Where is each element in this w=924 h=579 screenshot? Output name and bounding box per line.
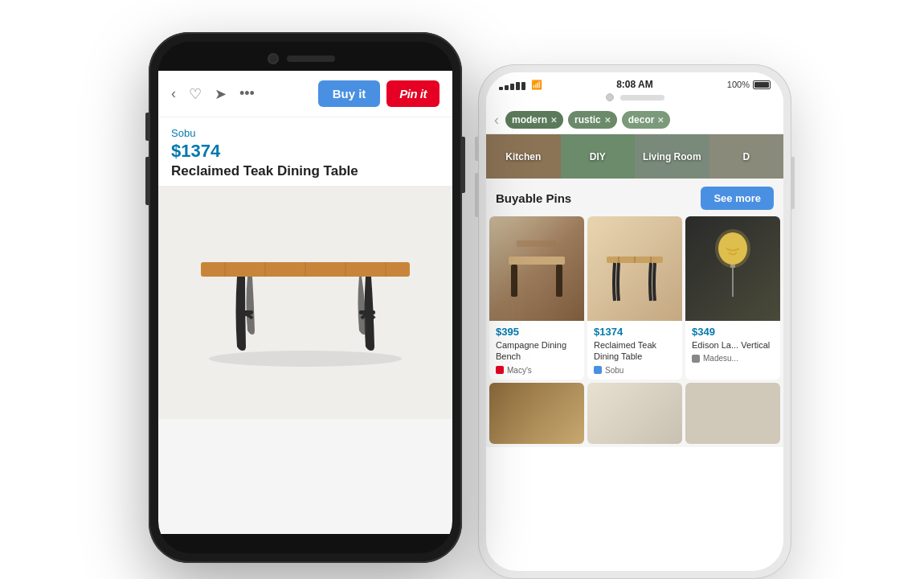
volume-up-white bbox=[475, 137, 478, 161]
svg-rect-11 bbox=[556, 265, 562, 297]
pin-name-1: Campagne Dining Bench bbox=[496, 339, 578, 363]
speaker-white bbox=[620, 95, 664, 101]
svg-rect-7 bbox=[359, 310, 375, 314]
black-notch bbox=[158, 42, 452, 71]
pin-bottom-1[interactable] bbox=[489, 383, 584, 444]
product-price: $1374 bbox=[171, 141, 440, 162]
pin-card-3[interactable]: $349 Edison La... Vertical Madesu... bbox=[685, 216, 780, 380]
tag-rustic[interactable]: rustic ✕ bbox=[568, 111, 617, 129]
buyable-pins-section: Buyable Pins See more bbox=[486, 179, 783, 447]
pins-bottom-row bbox=[486, 383, 783, 447]
battery-icon bbox=[753, 80, 771, 89]
svg-rect-12 bbox=[517, 240, 557, 247]
pin-card-1[interactable]: $395 Campagne Dining Bench Macy's bbox=[489, 216, 584, 380]
pin-card-2[interactable]: $1374 Reclaimed Teak Dining Table Sobu bbox=[587, 216, 682, 380]
search-tags-row: ‹ modern ✕ rustic ✕ decor ✕ bbox=[486, 106, 783, 134]
source-dot-3 bbox=[692, 355, 700, 363]
back-chevron-icon[interactable]: ‹ bbox=[494, 112, 499, 129]
pin-price-1: $395 bbox=[496, 326, 578, 338]
volume-up-button bbox=[145, 113, 149, 141]
black-phone-screen: ‹ ♡ ➤ ••• Buy it Pin it Sobu $1374 Recla… bbox=[158, 42, 452, 553]
action-buttons: Buy it Pin it bbox=[318, 80, 440, 107]
source-dot-2 bbox=[594, 366, 602, 374]
pin-it-button[interactable]: Pin it bbox=[386, 80, 440, 107]
source-dot-1 bbox=[496, 366, 504, 374]
tag-decor-label: decor bbox=[628, 114, 655, 125]
volume-down-white bbox=[475, 173, 478, 217]
tab-kitchen-label: Kitchen bbox=[505, 151, 541, 162]
more-icon[interactable]: ••• bbox=[239, 85, 255, 102]
tab-more[interactable]: D bbox=[709, 134, 784, 179]
tag-rustic-close[interactable]: ✕ bbox=[604, 116, 611, 125]
source-name-1: Macy's bbox=[507, 366, 532, 375]
white-phone: 📶 8:08 AM 100% ‹ modern bbox=[478, 64, 791, 579]
status-time: 8:08 AM bbox=[616, 79, 653, 90]
pin-price-2: $1374 bbox=[594, 326, 676, 338]
svg-rect-6 bbox=[237, 310, 253, 314]
svg-rect-10 bbox=[511, 265, 517, 297]
camera-black bbox=[268, 53, 279, 64]
lamp-svg bbox=[701, 224, 765, 313]
svg-point-19 bbox=[715, 229, 750, 268]
pin-source-1: Macy's bbox=[496, 366, 578, 375]
see-more-button[interactable]: See more bbox=[701, 187, 774, 210]
tag-rustic-label: rustic bbox=[574, 114, 601, 125]
pin-image-2 bbox=[587, 216, 682, 321]
source-name-2: Sobu bbox=[605, 366, 623, 375]
pin-bottom-3 bbox=[685, 383, 780, 444]
tag-modern-close[interactable]: ✕ bbox=[550, 116, 557, 125]
buyable-pins-title: Buyable Pins bbox=[496, 191, 571, 205]
tab-kitchen[interactable]: Kitchen bbox=[486, 134, 561, 179]
pins-grid: $395 Campagne Dining Bench Macy's bbox=[486, 216, 783, 383]
buy-it-button[interactable]: Buy it bbox=[318, 80, 381, 107]
pin-price-3: $349 bbox=[692, 326, 774, 338]
pin-name-2: Reclaimed Teak Dining Table bbox=[594, 339, 676, 363]
pin-info-3: $349 Edison La... Vertical Madesu... bbox=[685, 321, 780, 368]
battery-percent: 100% bbox=[727, 80, 750, 89]
pin-info-2: $1374 Reclaimed Teak Dining Table Sobu bbox=[587, 321, 682, 380]
wifi-icon: 📶 bbox=[531, 80, 542, 90]
svg-rect-9 bbox=[509, 257, 565, 265]
tag-modern[interactable]: modern ✕ bbox=[505, 111, 563, 129]
back-icon[interactable]: ‹ bbox=[171, 85, 176, 102]
tab-diy-label: DIY bbox=[590, 151, 606, 162]
camera-white bbox=[606, 93, 614, 101]
pin-source-2: Sobu bbox=[594, 366, 676, 375]
black-phone-content: ‹ ♡ ➤ ••• Buy it Pin it Sobu $1374 Recla… bbox=[158, 71, 452, 534]
power-button-white bbox=[791, 157, 795, 209]
pin-image-1 bbox=[489, 216, 584, 321]
tab-living-room[interactable]: Living Room bbox=[635, 134, 709, 179]
pin-bottom-image-2 bbox=[587, 383, 682, 444]
white-phone-screen: 📶 8:08 AM 100% ‹ modern bbox=[486, 72, 783, 571]
header-nav-icons: ‹ ♡ ➤ ••• bbox=[171, 85, 255, 103]
product-image bbox=[158, 186, 452, 419]
battery-indicator: 100% bbox=[727, 80, 771, 89]
table-svg-2 bbox=[603, 224, 667, 313]
source-name-3: Madesu... bbox=[703, 354, 738, 363]
product-info: Sobu $1374 Reclaimed Teak Dining Table bbox=[158, 117, 452, 186]
tag-decor[interactable]: decor ✕ bbox=[622, 111, 671, 129]
share-icon[interactable]: ➤ bbox=[215, 85, 227, 103]
pin-info-1: $395 Campagne Dining Bench Macy's bbox=[489, 321, 584, 380]
pin-image-3 bbox=[685, 216, 780, 321]
dining-table-illustration bbox=[193, 206, 418, 399]
pin-bottom-image-1 bbox=[489, 383, 584, 444]
black-phone: ‹ ♡ ➤ ••• Buy it Pin it Sobu $1374 Recla… bbox=[149, 32, 462, 563]
pin-source-3: Madesu... bbox=[692, 354, 774, 363]
signal-icon: 📶 bbox=[499, 80, 542, 90]
bench-svg bbox=[505, 224, 569, 313]
product-title: Reclaimed Teak Dining Table bbox=[171, 163, 440, 179]
power-button-black bbox=[462, 137, 465, 193]
product-screen-header: ‹ ♡ ➤ ••• Buy it Pin it bbox=[158, 71, 452, 117]
category-tabs: Kitchen DIY Living Room D bbox=[486, 134, 783, 179]
buyable-pins-header: Buyable Pins See more bbox=[486, 179, 783, 216]
status-bar: 📶 8:08 AM 100% bbox=[486, 72, 783, 93]
product-source: Sobu bbox=[171, 127, 440, 139]
white-notch bbox=[486, 93, 783, 106]
pin-name-3: Edison La... Vertical bbox=[692, 339, 774, 351]
pin-bottom-2[interactable] bbox=[587, 383, 682, 444]
heart-icon[interactable]: ♡ bbox=[189, 85, 202, 103]
tag-decor-close[interactable]: ✕ bbox=[657, 116, 664, 125]
tab-diy[interactable]: DIY bbox=[561, 134, 636, 179]
svg-point-8 bbox=[209, 351, 402, 367]
